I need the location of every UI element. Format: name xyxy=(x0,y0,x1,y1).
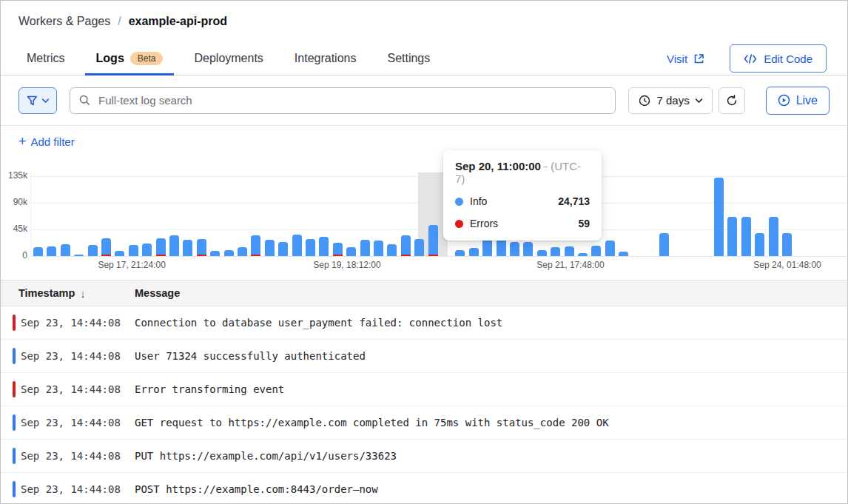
chart-bar[interactable] xyxy=(523,242,533,256)
chart-bar[interactable] xyxy=(156,238,166,256)
bar-info-segment xyxy=(523,242,533,256)
chart-bar[interactable] xyxy=(183,240,192,256)
bar-info-segment xyxy=(565,246,574,256)
visit-label: Visit xyxy=(667,53,687,65)
chart-bar[interactable] xyxy=(306,239,315,256)
chart-bar[interactable] xyxy=(428,225,438,256)
chart-bar[interactable] xyxy=(292,235,302,256)
tooltip-row-errors: Errors 59 xyxy=(455,218,590,229)
chart-bar[interactable] xyxy=(565,246,574,256)
chart-bar[interactable] xyxy=(115,251,124,256)
edit-code-button[interactable]: Edit Code xyxy=(730,44,827,73)
add-filter-button[interactable]: + Add filter xyxy=(18,135,75,148)
log-row[interactable]: Sep 23, 14:44:08Error transforming event xyxy=(1,373,847,406)
chart-bar[interactable] xyxy=(605,241,615,256)
bar-info-segment xyxy=(88,245,98,256)
chart-bar[interactable] xyxy=(169,235,179,256)
chart-bar[interactable] xyxy=(265,240,275,256)
chart-bar[interactable] xyxy=(782,233,792,256)
search-input[interactable] xyxy=(97,93,606,107)
chart-bar[interactable] xyxy=(333,243,343,256)
chart-bar[interactable] xyxy=(455,250,465,256)
clock-icon xyxy=(639,95,650,107)
chart-bar[interactable] xyxy=(129,245,138,256)
chart-bar[interactable] xyxy=(238,247,247,256)
chart-bars xyxy=(30,176,847,256)
log-row[interactable]: Sep 23, 14:44:08POST https://example.com… xyxy=(1,473,847,504)
chart-bar[interactable] xyxy=(74,255,84,256)
bar-info-segment xyxy=(129,245,138,256)
external-link-icon xyxy=(693,53,704,64)
breadcrumb-separator: / xyxy=(118,15,121,28)
chart-bar[interactable] xyxy=(591,246,601,256)
chart-bar[interactable] xyxy=(727,217,737,256)
sort-desc-icon[interactable]: ↓ xyxy=(80,287,86,300)
bar-info-segment xyxy=(428,225,438,255)
live-button[interactable]: Live xyxy=(766,87,830,115)
chart-bar[interactable] xyxy=(482,238,492,256)
chart-bar[interactable] xyxy=(33,247,43,256)
chart-bar[interactable] xyxy=(714,178,724,256)
chart-bar[interactable] xyxy=(537,250,547,256)
tab-metrics[interactable]: Metrics xyxy=(27,42,65,75)
chart-bar[interactable] xyxy=(414,239,424,256)
chart-bar[interactable] xyxy=(360,240,370,256)
chart-bar[interactable] xyxy=(142,243,152,256)
tab-integrations[interactable]: Integrations xyxy=(295,42,357,75)
breadcrumb-workers-pages[interactable]: Workers & Pages xyxy=(18,15,110,28)
chart-bar[interactable] xyxy=(197,239,206,256)
log-table: Timestamp ↓ Message Sep 23, 14:44:08Conn… xyxy=(1,280,847,504)
chart-bar[interactable] xyxy=(387,244,397,256)
chart-bar[interactable] xyxy=(346,247,356,256)
chart-bar[interactable] xyxy=(319,237,329,256)
chart-bar[interactable] xyxy=(47,246,56,256)
log-row[interactable]: Sep 23, 14:44:08PUT https://example.com/… xyxy=(1,440,847,473)
column-header-timestamp[interactable]: Timestamp ↓ xyxy=(1,287,135,300)
bar-info-segment xyxy=(238,247,247,256)
chart-bar[interactable] xyxy=(224,250,234,256)
tab-logs[interactable]: LogsBeta xyxy=(85,42,175,75)
chart-bar[interactable] xyxy=(578,253,588,256)
chart-bar[interactable] xyxy=(769,217,778,256)
x-axis-tick-label: Sep 19, 18:12:00 xyxy=(292,260,403,270)
live-label: Live xyxy=(796,94,818,107)
chart-bar[interactable] xyxy=(278,242,288,256)
chart-bar[interactable] xyxy=(469,248,479,256)
log-timestamp: Sep 23, 14:44:08 xyxy=(1,483,135,495)
chart-bar[interactable] xyxy=(210,251,220,256)
chart-bar[interactable] xyxy=(619,252,628,256)
refresh-button[interactable] xyxy=(719,87,745,114)
chart-bar[interactable] xyxy=(551,247,560,256)
log-row[interactable]: Sep 23, 14:44:08User 71324 successfully … xyxy=(1,340,847,373)
chart-bar[interactable] xyxy=(741,217,751,256)
tab-deployments[interactable]: Deployments xyxy=(194,42,263,75)
chart-bar[interactable] xyxy=(88,245,98,256)
info-dot-icon xyxy=(455,198,463,206)
chart-bar[interactable] xyxy=(755,233,764,256)
filter-button[interactable] xyxy=(18,87,57,114)
chart-bar[interactable] xyxy=(251,235,260,256)
gridline xyxy=(30,256,847,257)
chart-bar[interactable] xyxy=(510,242,519,256)
chart-bar[interactable] xyxy=(61,244,70,256)
visit-link[interactable]: Visit xyxy=(667,53,704,65)
bar-info-segment xyxy=(142,243,152,256)
chart-bar[interactable] xyxy=(401,235,411,256)
bar-info-segment xyxy=(360,240,370,256)
chart-bar[interactable] xyxy=(374,241,383,256)
bar-info-segment xyxy=(727,217,737,256)
tab-settings[interactable]: Settings xyxy=(387,42,430,75)
bar-info-segment xyxy=(374,241,383,256)
bar-info-segment xyxy=(183,240,192,256)
time-range-dropdown[interactable]: 7 days xyxy=(628,87,712,114)
bar-error-segment xyxy=(156,255,166,256)
bar-info-segment xyxy=(61,244,70,256)
tooltip-title: Sep 20, 11:00:00 - (UTC-7) xyxy=(455,160,590,185)
chart-bar[interactable] xyxy=(659,233,669,256)
log-row[interactable]: Sep 23, 14:44:08GET request to https://e… xyxy=(1,406,847,440)
table-header: Timestamp ↓ Message xyxy=(1,280,847,306)
bar-info-segment xyxy=(741,217,751,256)
chart-bar[interactable] xyxy=(101,238,111,256)
x-axis-tick-label: Sep 17, 21:24:00 xyxy=(76,260,187,270)
log-row[interactable]: Sep 23, 14:44:08Connection to database u… xyxy=(1,306,847,340)
